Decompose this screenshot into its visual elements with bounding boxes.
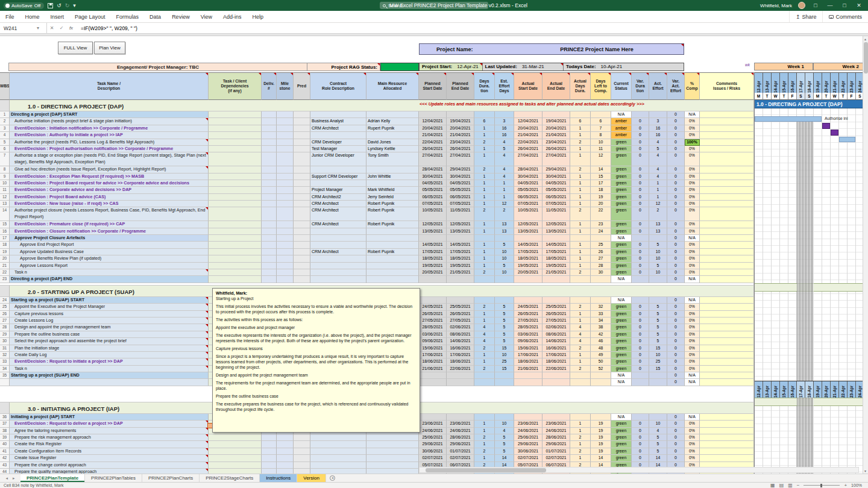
cell-t[interactable]: Prepare the quality management approach	[10, 469, 209, 474]
cell-t[interactable]: Event/Decision : Request to deliver a pr…	[10, 421, 209, 427]
cell-ps[interactable]	[419, 372, 447, 379]
cell-vef[interactable]: 0	[667, 441, 685, 448]
cell-dep[interactable]	[209, 111, 262, 118]
cell-pe[interactable]: 20/04/2021	[447, 125, 474, 132]
cell-ef[interactable]: 4	[649, 139, 667, 146]
zoom-in-icon[interactable]: +	[844, 483, 847, 488]
cell-dv[interactable]	[262, 235, 277, 242]
gantt-date-15-Apr[interactable]: 15-Apr	[780, 72, 788, 93]
cell-pe[interactable]: 18/06/2021	[447, 358, 474, 365]
cell-res[interactable]	[366, 242, 419, 248]
cell-ad[interactable]: 1	[570, 311, 591, 318]
cell-ef[interactable]: 4	[649, 152, 667, 166]
col-header-12[interactable]: Actual Start Date	[514, 72, 542, 100]
cell-es[interactable]: 5	[495, 318, 514, 324]
plan-view-button[interactable]: Plan View	[94, 42, 125, 54]
cell-pr[interactable]	[294, 249, 310, 255]
cell-dl[interactable]: 20	[591, 201, 611, 207]
cell-as[interactable]: 19/05/2021	[514, 263, 542, 269]
cell-st[interactable]: amber	[611, 125, 632, 132]
cell-vd[interactable]: 0	[632, 441, 649, 448]
cell-vef[interactable]: 0	[667, 187, 685, 193]
cell-cm[interactable]	[700, 276, 754, 283]
cell-ef[interactable]: 25	[649, 358, 667, 365]
cell-es[interactable]: 2	[495, 207, 514, 221]
cell-du[interactable]: 1	[474, 132, 495, 139]
cell-pe[interactable]: 01/07/2021	[447, 448, 474, 455]
cell-pe[interactable]: 12/05/2021	[447, 221, 474, 228]
cell-pr[interactable]	[294, 111, 310, 118]
col-header-2[interactable]: Task / Client Dependencies (if any)	[209, 72, 262, 100]
cell-vef[interactable]: 0	[667, 263, 685, 269]
cell-cm[interactable]	[700, 255, 754, 262]
cell-ef[interactable]: 5	[649, 434, 667, 441]
cell-pe[interactable]: 06/05/2021	[447, 194, 474, 201]
cell-as[interactable]: 28/04/2021	[514, 166, 542, 173]
cell-vd[interactable]	[632, 379, 649, 386]
cell-n[interactable]: 28	[0, 324, 10, 331]
cell-ae[interactable]: 14/05/2021	[542, 242, 570, 248]
cell-ms[interactable]	[277, 255, 294, 262]
cell-t[interactable]: Event/Decision : New Issue (raise - if r…	[10, 201, 209, 207]
cell-ef[interactable]: 12	[649, 201, 667, 207]
cell-role[interactable]: Business Analyst	[310, 118, 366, 125]
cell-role[interactable]	[310, 242, 366, 248]
cell-ad[interactable]: 1	[570, 242, 591, 248]
cell-du[interactable]: 4	[474, 338, 495, 345]
cell-vef[interactable]: 0	[667, 372, 685, 379]
cell-n[interactable]: 19	[0, 249, 10, 255]
cell-t[interactable]: Event/Decision : Premature close (if req…	[10, 221, 209, 228]
cell-ms[interactable]	[277, 146, 294, 152]
horizontal-scrollbar[interactable]	[419, 467, 859, 473]
cell-cm[interactable]	[700, 249, 754, 255]
cell-ms[interactable]	[277, 111, 294, 118]
cell-pe[interactable]	[447, 111, 474, 118]
cell-pe[interactable]: 17/05/2021	[447, 249, 474, 255]
cell-ef[interactable]	[649, 111, 667, 118]
cell-es[interactable]: 5	[495, 311, 514, 318]
cell-du[interactable]: 1	[474, 455, 495, 461]
cell-st[interactable]: amber	[611, 132, 632, 139]
cell-es[interactable]: 13	[495, 228, 514, 235]
cell-dl[interactable]: 19	[591, 421, 611, 427]
cell-ef[interactable]: 4	[649, 428, 667, 434]
cell-vef[interactable]: 0	[667, 455, 685, 461]
col-header-11[interactable]: Est. Effort Days	[495, 72, 514, 100]
cell-pe[interactable]: 14/06/2021	[447, 338, 474, 345]
cell-pe[interactable]: 27/04/2021	[447, 152, 474, 166]
cell-pc[interactable]: 0%	[685, 228, 700, 235]
cell-ps[interactable]: 28/04/2021	[419, 166, 447, 173]
menu-view[interactable]: View	[195, 14, 218, 20]
cell-ae[interactable]: 19/04/2021	[542, 118, 570, 125]
cell-pe[interactable]: 23/04/2021	[447, 139, 474, 146]
cell-n[interactable]: 36	[0, 414, 10, 421]
cell-dep[interactable]	[209, 235, 262, 242]
cell-dep[interactable]	[209, 180, 262, 187]
cell-as[interactable]: 15/06/2021	[514, 345, 542, 352]
cell-ad[interactable]: 2	[570, 166, 591, 173]
cell-dl[interactable]: 19	[591, 194, 611, 201]
cell-dv[interactable]	[262, 263, 277, 269]
cell-t[interactable]: Approve Lessons Report	[10, 263, 209, 269]
cell-n[interactable]: 7	[0, 152, 10, 166]
cell-ae[interactable]: 01/07/2021	[542, 448, 570, 455]
cell-pr[interactable]	[294, 263, 310, 269]
cell-vef[interactable]: 0	[667, 352, 685, 358]
cell-ms[interactable]	[277, 174, 294, 180]
cell-ae[interactable]: 27/05/2021	[542, 318, 570, 324]
cell-res[interactable]	[366, 235, 419, 242]
cell-res[interactable]	[366, 448, 419, 455]
cell-cm[interactable]	[700, 180, 754, 187]
cell-pr[interactable]	[294, 180, 310, 187]
cell-vd[interactable]: 0	[632, 304, 649, 310]
cell-es[interactable]: 5	[495, 324, 514, 331]
cell-du[interactable]: 2	[474, 434, 495, 441]
cell-dep[interactable]	[209, 263, 262, 269]
cell-vef[interactable]: 0	[667, 414, 685, 421]
cell-vef[interactable]: 0	[667, 297, 685, 304]
cell-as[interactable]: 30/04/2021	[514, 174, 542, 180]
cell-ef[interactable]: 1	[649, 180, 667, 187]
cell-vef[interactable]: 0	[667, 331, 685, 338]
cell-vef[interactable]: 0	[667, 255, 685, 262]
cell-st[interactable]: green	[611, 249, 632, 255]
